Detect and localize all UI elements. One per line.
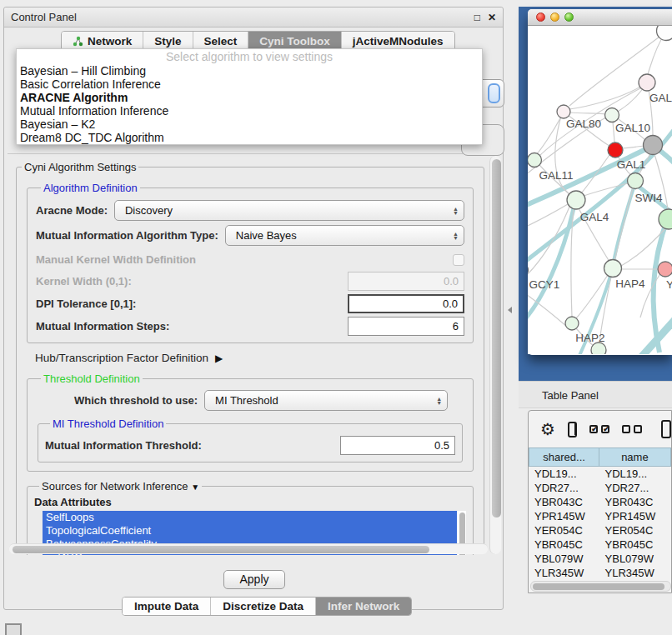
network-node-gal10[interactable]	[605, 108, 619, 122]
manual-kernel-checkbox[interactable]	[453, 254, 464, 266]
tab-network[interactable]: Network	[62, 32, 143, 50]
zoom-traffic-light-icon[interactable]	[564, 12, 574, 22]
hub-transcription-expander[interactable]: Hub/Transcription Factor Definition ▶	[35, 352, 484, 364]
mi-steps-field[interactable]: 6	[348, 317, 464, 336]
gear-icon[interactable]: ⚙	[540, 421, 555, 438]
table-panel-window: ⚙ ✔✔ shared...nameA YDL19...YDL19...13YD…	[528, 410, 672, 593]
table-row[interactable]: YDR27...YDR27...12	[529, 481, 671, 495]
network-node-hap2[interactable]	[565, 317, 579, 330]
hub-expander-label: Hub/Transcription Factor Definition	[35, 352, 208, 364]
attribute-list-item[interactable]: SelfLoops	[43, 511, 457, 524]
node-label: GAL80	[566, 118, 601, 130]
mi-type-combobox[interactable]: Naive Bayes ▲▼	[225, 225, 464, 246]
tab-style[interactable]: Style	[143, 32, 193, 50]
dropdown-item[interactable]: ARACNE Algorithm	[17, 91, 482, 104]
app-screen: Control Panel □ ✕ Network Style	[0, 0, 672, 635]
tab-label: Cyni Toolbox	[259, 35, 330, 48]
network-node-gal4[interactable]	[567, 191, 585, 209]
table-row[interactable]: YDL19...YDL19...13	[529, 467, 671, 481]
network-node[interactable]	[591, 342, 606, 354]
table-rows-viewport[interactable]: YDL19...YDL19...13YDR27...YDR27...12YBR0…	[529, 467, 671, 580]
bottom-tab-bar: Impute Data Discretize Data Infer Networ…	[122, 597, 412, 616]
minimized-panel-icon[interactable]	[5, 623, 22, 635]
which-threshold-value: MI Threshold	[215, 394, 278, 407]
columns-icon[interactable]	[568, 422, 577, 438]
table-panel-title: Table Panel	[519, 381, 672, 408]
settings-horizontal-scrollbar[interactable]	[9, 543, 488, 554]
aracne-mode-value: Discovery	[125, 204, 173, 217]
splitter-collapse-arrow[interactable]	[508, 307, 512, 313]
table-header-row[interactable]: shared...nameA	[529, 448, 672, 467]
attribute-list-item[interactable]: TopologicalCoefficient	[43, 524, 457, 538]
table-cell: YLR345W	[529, 566, 599, 580]
threshold-definition-group: Threshold Definition Which threshold to …	[27, 372, 474, 472]
chevron-down-icon: ▼	[191, 482, 199, 492]
table-cell: 13	[670, 467, 671, 481]
mi-steps-label: Mutual Information Steps:	[36, 320, 169, 332]
network-node-hap4[interactable]	[604, 260, 622, 278]
network-node-y[interactable]	[658, 262, 672, 277]
settings-vertical-scrollbar[interactable]	[489, 156, 501, 554]
tab-impute-data[interactable]: Impute Data	[123, 598, 211, 615]
dpi-tolerance-field[interactable]: 0.0	[348, 294, 464, 313]
table-column-header[interactable]: shared...	[529, 448, 599, 467]
dropdown-item[interactable]: Mutual Information Inference	[17, 104, 482, 118]
apply-button[interactable]: Apply	[223, 570, 285, 589]
close-icon[interactable]: ✕	[488, 12, 496, 22]
network-canvas[interactable]: GALGAL80GAL10GAL1GAL11SWI4GAL4GCY1HAP4YH…	[528, 26, 672, 354]
node-label: HAP2	[575, 332, 604, 344]
network-view-window[interactable]: GALGAL80GAL10GAL1GAL11SWI4GAL4GCY1HAP4YH…	[528, 9, 672, 355]
algorithm-dropdown-list: Bayesian – Hill ClimbingBasic Correlatio…	[17, 64, 482, 144]
deselect-all-checkboxes-icon[interactable]	[622, 425, 642, 433]
which-threshold-combobox[interactable]: MI Threshold ▲▼	[204, 390, 448, 411]
network-node-gal80[interactable]	[557, 105, 570, 118]
network-node-swi4[interactable]	[628, 173, 644, 189]
float-icon[interactable]: □	[474, 12, 480, 22]
dropdown-item[interactable]: Dream8 DC_TDC Algorithm	[17, 131, 482, 144]
table-cell: YDL19...	[599, 467, 671, 481]
dropdown-item[interactable]: Bayesian – K2	[17, 118, 482, 131]
table-cell: 9.	[670, 509, 671, 523]
table-row[interactable]: YBR043CYBR043C	[529, 495, 671, 509]
table-cell: 12	[670, 481, 671, 495]
aracne-mode-combobox[interactable]: Discovery ▲▼	[114, 200, 464, 221]
dropdown-item[interactable]: Basic Correlation Inference	[17, 78, 482, 91]
network-node[interactable]	[659, 209, 672, 229]
close-traffic-light-icon[interactable]	[536, 12, 545, 22]
select-all-checkboxes-icon[interactable]: ✔✔	[589, 425, 609, 433]
table-file-icon[interactable]	[661, 420, 671, 438]
table-cell	[670, 495, 671, 509]
table-row[interactable]: YLR345WYLR345W9.	[529, 566, 671, 580]
table-row[interactable]: YBL079WYBL079W	[529, 552, 671, 566]
network-tab-icon	[73, 36, 83, 47]
network-node[interactable]	[657, 26, 672, 41]
table-row[interactable]: YPR145WYPR145W9.	[529, 509, 671, 523]
tab-jactivemnodules[interactable]: jActiveMNodules	[342, 32, 454, 50]
algorithm-definition-group: Algorithm Definition Aracne Mode: Discov…	[27, 182, 474, 343]
table-row[interactable]: YER054CYER054C8.	[529, 523, 671, 538]
network-node-gal11[interactable]	[528, 153, 542, 168]
network-window-titlebar[interactable]	[528, 9, 672, 26]
table-column-header[interactable]: name	[599, 448, 670, 467]
tab-label: Network	[88, 35, 132, 48]
tab-discretize-data[interactable]: Discretize Data	[211, 598, 316, 615]
network-node[interactable]	[644, 136, 663, 155]
dropdown-item[interactable]: Bayesian – Hill Climbing	[17, 64, 482, 78]
table-horizontal-scrollbar[interactable]	[530, 581, 671, 592]
tab-select[interactable]: Select	[193, 32, 249, 50]
network-node-gal[interactable]	[639, 74, 655, 91]
network-node-gal1[interactable]	[608, 142, 623, 158]
minimize-traffic-light-icon[interactable]	[550, 12, 559, 22]
node-label: Y	[666, 278, 672, 291]
table-row[interactable]: YBR045CYBR045C9.	[529, 538, 671, 552]
combobox-stepper-focused[interactable]	[488, 83, 500, 103]
algorithm-definition-legend: Algorithm Definition	[41, 182, 140, 194]
table-cell: YBR043C	[599, 495, 671, 509]
tab-cyni-toolbox[interactable]: Cyni Toolbox	[248, 32, 342, 50]
tab-infer-network[interactable]: Infer Network	[316, 598, 411, 615]
combo-stepper-icon: ▲▼	[431, 397, 442, 405]
threshold-definition-legend: Threshold Definition	[41, 372, 143, 385]
mi-threshold-field[interactable]: 0.5	[340, 436, 455, 455]
table-cell: YPR145W	[529, 509, 599, 523]
aracne-mode-label: Aracne Mode:	[36, 204, 108, 217]
